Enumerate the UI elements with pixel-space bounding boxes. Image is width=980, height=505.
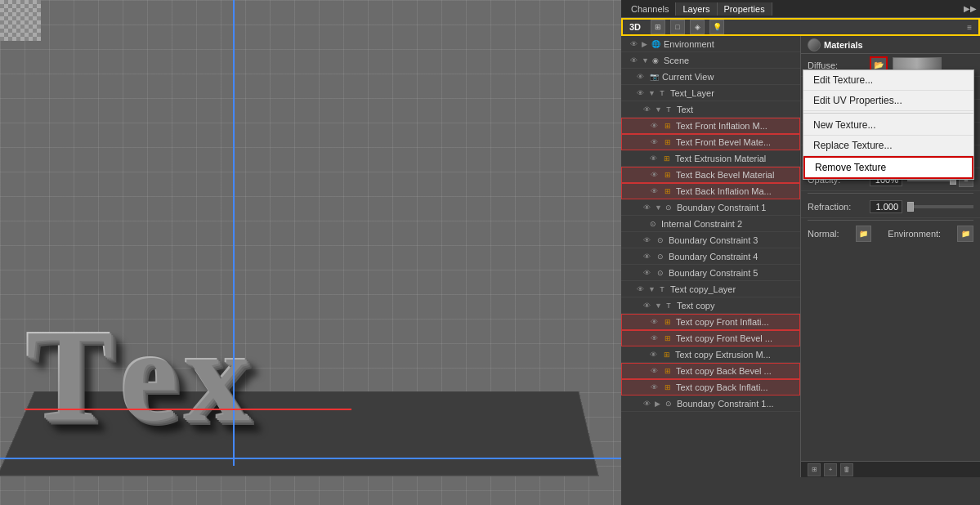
- eye-icon-text-layer[interactable]: 👁: [634, 87, 646, 99]
- tree-item-current-view[interactable]: 👁 📷 Current View: [621, 69, 800, 85]
- eye-icon-tbi[interactable]: 👁: [648, 185, 660, 197]
- tree-item-text[interactable]: 👁 ▼ T Text: [621, 101, 800, 118]
- eye-icon-tcbi[interactable]: 👁: [648, 382, 660, 393]
- properties-bottom-toolbar: ⊞ + 🗑: [801, 461, 980, 477]
- guide-line-vertical: [233, 0, 235, 466]
- refraction-slider[interactable]: [907, 205, 973, 208]
- tree-item-scene[interactable]: 👁 ▼ ◉ Scene: [621, 52, 800, 69]
- eye-icon-view[interactable]: 👁: [634, 71, 646, 83]
- eye-icon-bc5[interactable]: 👁: [641, 267, 652, 279]
- eye-icon-tbb[interactable]: 👁: [648, 169, 660, 181]
- tree-item-text-front-bevel[interactable]: 👁 ⊞ Text Front Bevel Mate...: [621, 134, 800, 150]
- refraction-value[interactable]: 1.000: [870, 200, 902, 213]
- 3d-icon-mesh[interactable]: ◈: [690, 20, 705, 34]
- eye-icon-text[interactable]: 👁: [641, 104, 652, 115]
- tree-item-tcem[interactable]: 👁 ⊞ Text copy Extrusion M...: [621, 346, 800, 363]
- tree-item-text-copy-layer[interactable]: 👁 ▼ T Text copy_Layer: [621, 281, 800, 297]
- normal-env-row: Normal: 📁 Environment: 📁: [801, 222, 980, 245]
- context-menu-remove-texture[interactable]: Remove Texture: [803, 156, 973, 179]
- icon-tcfi: ⊞: [662, 316, 673, 328]
- label-bc1: Boundary Constraint 1: [677, 203, 766, 212]
- label-tfb: Text Front Bevel Mate...: [676, 137, 771, 147]
- tree-item-bc3[interactable]: 👁 ⊙ Boundary Constraint 3: [621, 232, 800, 248]
- eye-icon-tc[interactable]: 👁: [641, 300, 652, 311]
- eye-icon-tex[interactable]: 👁: [647, 153, 659, 164]
- eye-icon-tcem[interactable]: 👁: [647, 349, 659, 360]
- icon-bc1: ⊙: [663, 202, 674, 213]
- tab-channels[interactable]: Channels: [624, 2, 676, 16]
- tab-layers[interactable]: Layers: [676, 2, 717, 16]
- eye-icon-tcl[interactable]: 👁: [634, 284, 646, 295]
- toolbar-icon-2[interactable]: +: [824, 463, 837, 476]
- eye-icon-env[interactable]: 👁: [628, 38, 639, 50]
- context-menu-edit-uv[interactable]: Edit UV Properties...: [803, 91, 973, 111]
- diffuse-texture-icon: 📂: [874, 60, 884, 69]
- tree-item-text-extrusion[interactable]: 👁 ⊞ Text Extrusion Material: [621, 150, 800, 167]
- toolbar-icon-3[interactable]: 🗑: [840, 463, 853, 476]
- eye-icon-bc3[interactable]: 👁: [641, 235, 652, 246]
- label-bc5: Boundary Constraint 5: [669, 268, 758, 278]
- viewport-3d[interactable]: T e x: [0, 0, 621, 505]
- icon-tc: T: [663, 300, 674, 311]
- 3d-icon-grid[interactable]: ⊞: [651, 20, 665, 34]
- tree-item-bc1[interactable]: 👁 ▼ ⊙ Boundary Constraint 1: [621, 199, 800, 216]
- label-text: Text: [677, 105, 693, 114]
- properties-title: Materials: [824, 40, 863, 50]
- context-menu-new-texture[interactable]: New Texture...: [803, 115, 973, 136]
- icon-tfi: ⊞: [662, 120, 673, 132]
- icon-ic2: ⊙: [647, 218, 659, 230]
- context-menu-replace-texture[interactable]: Replace Texture...: [803, 136, 973, 156]
- arrow-env: ▶: [642, 40, 650, 48]
- scene-tree[interactable]: 👁 ▶ 🌐 Environment 👁 ▼ ◉ Scene 👁 📷 Curren…: [621, 36, 801, 477]
- tree-item-bc1b[interactable]: 👁 ▶ ⊙ Boundary Constraint 1...: [621, 396, 800, 412]
- label-bc4: Boundary Constraint 4: [669, 252, 758, 261]
- eye-icon-tcfb[interactable]: 👁: [648, 333, 660, 344]
- eye-icon-bc1[interactable]: 👁: [641, 202, 652, 213]
- icon-tcbb: ⊞: [662, 365, 673, 377]
- eye-icon-tfi[interactable]: 👁: [648, 120, 660, 132]
- normal-folder-btn[interactable]: 📁: [856, 226, 872, 242]
- eye-icon-tfb[interactable]: 👁: [648, 136, 660, 148]
- eye-icon-bc4[interactable]: 👁: [641, 251, 652, 262]
- environment-folder-btn[interactable]: 📁: [957, 226, 973, 242]
- tree-item-text-back-inflation[interactable]: 👁 ⊞ Text Back Inflation Ma...: [621, 183, 800, 199]
- toolbar-icon-1[interactable]: ⊞: [808, 463, 821, 476]
- diffuse-label: Diffuse:: [808, 60, 865, 70]
- 3d-icon-light[interactable]: 💡: [709, 20, 724, 34]
- icon-tbb: ⊞: [662, 169, 673, 181]
- tree-item-tcbb[interactable]: 👁 ⊞ Text copy Back Bevel ...: [621, 363, 800, 379]
- icon-bc5: ⊙: [655, 267, 666, 279]
- label-bc1b: Boundary Constraint 1...: [677, 399, 774, 409]
- label-bc3: Boundary Constraint 3: [669, 235, 758, 245]
- tree-item-text-layer[interactable]: 👁 ▼ T Text_Layer: [621, 85, 800, 101]
- tree-item-environment[interactable]: 👁 ▶ 🌐 Environment: [621, 36, 800, 52]
- tree-item-bc4[interactable]: 👁 ⊙ Boundary Constraint 4: [621, 248, 800, 265]
- tab-properties[interactable]: Properties: [718, 2, 772, 16]
- eye-icon-bc1b[interactable]: 👁: [641, 398, 652, 409]
- tree-item-tcfb[interactable]: 👁 ⊞ Text copy Front Bevel ...: [621, 330, 800, 346]
- tree-item-tcfi[interactable]: 👁 ⊞ Text copy Front Inflati...: [621, 314, 800, 330]
- tree-item-tcbi[interactable]: 👁 ⊞ Text copy Back Inflati...: [621, 379, 800, 396]
- icon-bc3: ⊙: [655, 235, 666, 246]
- eye-icon-tcfi[interactable]: 👁: [648, 316, 660, 328]
- tree-item-text-front-inflation[interactable]: 👁 ⊞ Text Front Inflation M...: [621, 118, 800, 134]
- label-text-layer: Text_Layer: [670, 88, 714, 98]
- eye-icon-tcbb[interactable]: 👁: [648, 365, 660, 377]
- tree-item-text-back-bevel[interactable]: 👁 ⊞ Text Back Bevel Material: [621, 167, 800, 183]
- guide-line-red: [25, 409, 351, 410]
- arrow-tc: ▼: [655, 302, 663, 310]
- tabs-overflow-arrow[interactable]: ▶▶: [964, 4, 977, 13]
- separator-2: [808, 220, 973, 221]
- tree-item-ic2[interactable]: ⊙ Internal Constraint 2: [621, 216, 800, 232]
- 3d-icon-box[interactable]: □: [670, 20, 685, 34]
- icon-view: 📷: [648, 71, 660, 83]
- eye-icon-scene[interactable]: 👁: [628, 55, 639, 66]
- tree-item-text-copy[interactable]: 👁 ▼ T Text copy: [621, 297, 800, 314]
- tree-item-bc5[interactable]: 👁 ⊙ Boundary Constraint 5: [621, 265, 800, 281]
- refraction-slider-handle[interactable]: [907, 202, 914, 212]
- context-menu-divider-1: [803, 113, 973, 114]
- 3d-text-letters: T e x: [25, 309, 248, 440]
- context-menu-edit-texture[interactable]: Edit Texture...: [803, 70, 973, 91]
- panel-3d-menu-arrow[interactable]: ≡: [967, 23, 972, 32]
- icon-tcbi: ⊞: [662, 382, 673, 393]
